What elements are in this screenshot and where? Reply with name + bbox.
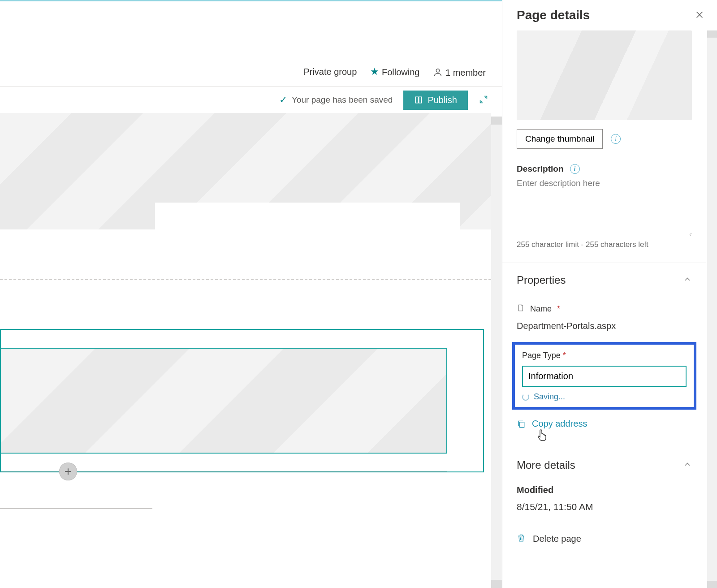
section-divider (0, 279, 491, 280)
saved-status: ✓ Your page has been saved (279, 94, 393, 106)
properties-heading: Properties (517, 274, 566, 286)
site-header: Private group ★ Following 1 member (0, 62, 502, 87)
saving-label: Saving... (534, 392, 565, 402)
modified-label: Modified (517, 485, 692, 495)
info-icon[interactable]: i (570, 164, 580, 174)
hero-background (0, 113, 491, 229)
delete-page-label: Delete page (533, 534, 581, 544)
webpart-inner[interactable] (1, 348, 447, 454)
change-thumbnail-button[interactable]: Change thumbnail (517, 129, 603, 149)
description-input[interactable] (517, 174, 692, 237)
selected-webpart[interactable]: + (0, 329, 484, 472)
expand-icon (479, 95, 488, 104)
panel-title: Page details (517, 8, 590, 22)
thumbnail-preview (517, 30, 692, 120)
cursor-icon (536, 428, 547, 443)
members-label: 1 member (445, 68, 486, 78)
page-type-field-highlight: Page Type * Saving... (512, 342, 696, 410)
title-card[interactable] (155, 203, 460, 234)
expand-button[interactable] (479, 95, 488, 106)
following-label: Following (382, 67, 419, 77)
name-value: Department-Portals.aspx (517, 321, 692, 331)
page-details-panel: Page details Change thumbnail i Descript… (502, 0, 717, 588)
name-label: Name (530, 304, 552, 314)
check-icon: ✓ (279, 94, 287, 106)
delete-page-button[interactable]: Delete page (517, 533, 692, 545)
info-icon[interactable]: i (611, 134, 621, 144)
page-type-label-row: Page Type * (522, 351, 687, 360)
trash-icon (517, 533, 526, 545)
add-section-button[interactable]: + (59, 463, 77, 480)
following-toggle[interactable]: ★ Following (370, 66, 419, 78)
publish-button[interactable]: Publish (403, 91, 468, 110)
canvas-scrollbar[interactable] (491, 117, 502, 588)
modified-value: 8/15/21, 11:50 AM (517, 502, 692, 512)
more-details-heading: More details (517, 459, 575, 471)
page-type-input[interactable] (522, 366, 687, 387)
document-icon (517, 303, 525, 315)
page-canvas[interactable]: + (0, 113, 502, 588)
properties-section-header[interactable]: Properties (517, 274, 692, 286)
description-label: Description (517, 164, 564, 174)
main-canvas: Private group ★ Following 1 member ✓ You… (0, 0, 502, 588)
close-panel-button[interactable] (695, 10, 704, 21)
page-type-label: Page Type (522, 351, 561, 360)
copy-icon (517, 419, 526, 429)
saved-message: Your page has been saved (292, 95, 393, 105)
spinner-icon (522, 393, 529, 401)
svg-rect-1 (520, 422, 524, 427)
chevron-up-icon (683, 460, 692, 471)
description-char-count: 255 character limit - 255 characters lef… (517, 240, 692, 249)
saving-status: Saving... (522, 392, 687, 402)
publish-label: Publish (428, 95, 457, 105)
description-label-row: Description i (517, 164, 692, 174)
close-icon (695, 10, 704, 20)
more-details-section-header[interactable]: More details (517, 459, 692, 471)
members-count[interactable]: 1 member (433, 66, 486, 78)
svg-point-0 (436, 69, 440, 72)
copy-address-link[interactable]: Copy address (517, 419, 692, 429)
action-bar: ✓ Your page has been saved Publish (0, 87, 502, 113)
name-field-label: Name * (517, 303, 692, 315)
chevron-up-icon (683, 275, 692, 285)
star-icon: ★ (370, 66, 379, 77)
footer-divider (0, 508, 152, 509)
person-icon (433, 68, 445, 78)
panel-scrollbar[interactable] (707, 30, 717, 588)
book-icon (414, 95, 423, 104)
copy-address-label: Copy address (532, 419, 587, 429)
group-visibility: Private group (303, 67, 357, 77)
